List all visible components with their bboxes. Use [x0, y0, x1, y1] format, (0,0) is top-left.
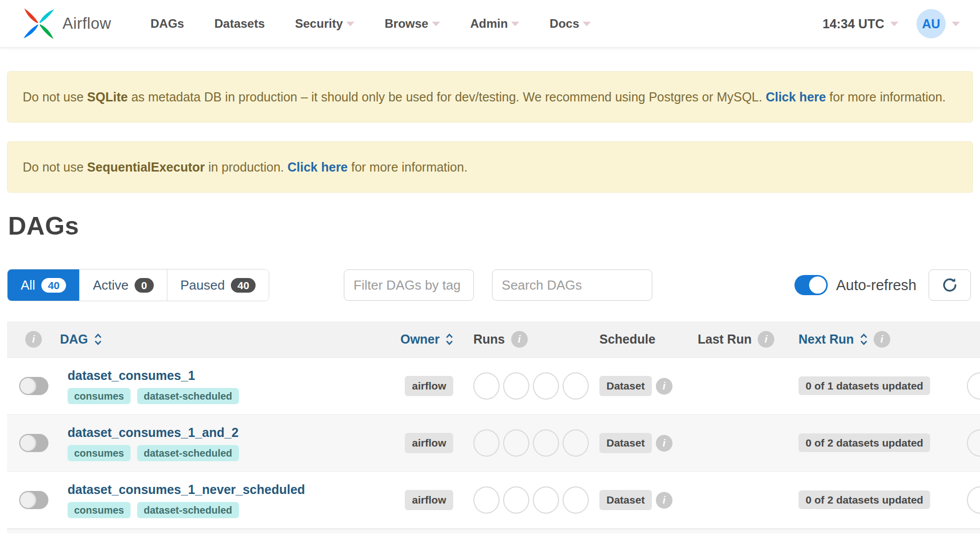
nav-item-security[interactable]: Security: [295, 12, 354, 36]
schedule-cell: Dataset i: [599, 376, 698, 396]
dag-pause-toggle[interactable]: [19, 434, 48, 452]
run-status-circle[interactable]: [473, 372, 500, 400]
info-icon[interactable]: i: [656, 435, 672, 452]
info-icon[interactable]: i: [511, 331, 528, 348]
tag-pill[interactable]: consumes: [68, 388, 131, 404]
tag-pill[interactable]: dataset-scheduled: [137, 388, 239, 404]
airflow-brand[interactable]: Airflow: [20, 5, 111, 42]
tag-pill[interactable]: dataset-scheduled: [137, 445, 239, 461]
run-status-circle[interactable]: [533, 486, 559, 514]
tab-paused[interactable]: Paused 40: [167, 269, 269, 301]
sequential-executor-warning-banner: Do not use SequentialExecutor in product…: [7, 141, 973, 193]
info-icon[interactable]: i: [656, 492, 672, 509]
nav-item-datasets[interactable]: Datasets: [214, 12, 265, 36]
tab-all[interactable]: All 40: [8, 269, 80, 301]
next-run-badge: 0 of 2 datasets updated: [799, 490, 930, 509]
owner-cell: airflow: [388, 433, 473, 453]
dag-tags: consumes dataset-scheduled: [68, 445, 388, 461]
count-badge: 0: [135, 278, 154, 293]
run-status-circle[interactable]: [473, 486, 500, 514]
sort-icon[interactable]: [860, 334, 868, 345]
header-label: DAG: [60, 332, 88, 347]
run-status-circle[interactable]: [503, 429, 529, 457]
next-run-badge: 0 of 2 datasets updated: [799, 433, 930, 452]
run-status-circle[interactable]: [533, 372, 559, 400]
run-status-circle[interactable]: [473, 429, 500, 457]
toggle-knob: [809, 276, 826, 294]
nav-item-browse[interactable]: Browse: [385, 12, 440, 36]
dag-tags: consumes dataset-scheduled: [68, 502, 388, 518]
header-owner[interactable]: Owner: [388, 332, 473, 347]
row-toggle-cell: [7, 377, 60, 395]
run-status-circle[interactable]: [563, 372, 589, 400]
timezone-selector[interactable]: 14:34 UTC: [823, 17, 898, 31]
next-run-cell: 0 of 2 datasets updated: [799, 493, 960, 506]
alert-text: Do not use: [23, 90, 87, 104]
run-status-circle: [967, 429, 980, 457]
chevron-down-icon: [511, 22, 519, 26]
nav-item-dags[interactable]: DAGs: [151, 12, 185, 36]
info-icon[interactable]: i: [874, 331, 890, 348]
chevron-down-icon: [346, 22, 354, 26]
header-dag[interactable]: DAG: [60, 332, 388, 347]
user-menu[interactable]: AU: [916, 9, 960, 38]
dag-cell: dataset_consumes_1_never_scheduled consu…: [60, 482, 388, 518]
info-icon[interactable]: i: [758, 331, 774, 348]
runs-cell: [473, 486, 599, 514]
refresh-icon: [941, 276, 958, 294]
run-status-circle[interactable]: [563, 429, 589, 457]
tag-pill[interactable]: consumes: [68, 502, 131, 518]
header-label: Next Run: [799, 332, 854, 347]
chevron-down-icon: [890, 22, 898, 26]
dag-name-link[interactable]: dataset_consumes_1_and_2: [68, 425, 388, 440]
header-schedule: Schedule: [599, 332, 698, 347]
table-row: dataset_consumes_1 consumes dataset-sche…: [7, 358, 980, 415]
dag-pause-toggle[interactable]: [19, 377, 48, 395]
dag-name-link[interactable]: dataset_consumes_1: [68, 368, 388, 383]
toggle-knob: [20, 378, 36, 394]
nav-item-docs[interactable]: Docs: [549, 12, 591, 36]
avatar[interactable]: AU: [916, 9, 946, 38]
dag-tags: consumes dataset-scheduled: [68, 388, 388, 404]
run-status-circle[interactable]: [503, 372, 529, 400]
airflow-pinwheel-logo: [20, 5, 57, 42]
nav-item-admin[interactable]: Admin: [470, 12, 520, 36]
search-dags-input[interactable]: [492, 269, 652, 301]
tag-pill[interactable]: dataset-scheduled: [137, 502, 239, 518]
alert-bold: SQLite: [87, 90, 128, 104]
dag-pause-toggle[interactable]: [19, 491, 48, 509]
info-icon[interactable]: i: [656, 378, 672, 395]
dag-name-link[interactable]: dataset_consumes_1_never_scheduled: [68, 482, 388, 497]
tag-pill[interactable]: consumes: [68, 445, 131, 461]
filter-tags-input[interactable]: [344, 269, 474, 301]
row-toggle-cell: [7, 491, 60, 509]
tab-active[interactable]: Active 0: [80, 269, 167, 301]
owner-badge: airflow: [405, 433, 453, 453]
alert-bold: SequentialExecutor: [87, 160, 205, 174]
click-here-link[interactable]: Click here: [766, 90, 826, 104]
dag-status-tabs: All 40 Active 0 Paused 40: [7, 269, 269, 301]
header-next-run[interactable]: Next Run i: [799, 331, 960, 348]
auto-refresh-toggle[interactable]: [794, 275, 828, 295]
count-badge: 40: [231, 278, 256, 293]
header-label: Schedule: [599, 332, 655, 347]
top-navbar: Airflow DAGs Datasets Security Browse Ad…: [0, 0, 980, 48]
refresh-button[interactable]: [929, 269, 971, 301]
schedule-badge[interactable]: Dataset: [599, 376, 652, 396]
header-label: Last Run: [698, 332, 752, 347]
click-here-link[interactable]: Click here: [287, 160, 348, 174]
schedule-badge[interactable]: Dataset: [599, 433, 652, 453]
sort-icon[interactable]: [94, 334, 102, 345]
sort-icon[interactable]: [446, 334, 453, 345]
run-status-circle[interactable]: [563, 486, 589, 514]
schedule-badge[interactable]: Dataset: [599, 490, 652, 510]
page-title: DAGs: [8, 211, 980, 241]
info-icon[interactable]: i: [25, 331, 42, 348]
alerts-section: Do not use SQLite as metadata DB in prod…: [0, 48, 980, 193]
next-run-cell: 0 of 1 datasets updated: [799, 379, 960, 392]
run-status-circle[interactable]: [533, 429, 559, 457]
alert-text: as metadata DB in production – it should…: [128, 90, 765, 104]
run-status-circle: [967, 372, 980, 400]
main-nav: DAGs Datasets Security Browse Admin Docs: [151, 12, 622, 36]
run-status-circle[interactable]: [503, 486, 529, 514]
